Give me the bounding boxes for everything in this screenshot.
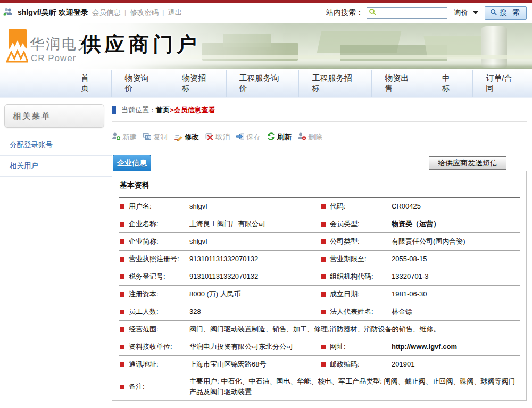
tab-row: 企业信息 给供应商发送短信 bbox=[112, 154, 527, 171]
new-icon bbox=[112, 132, 121, 143]
send-sms-button[interactable]: 给供应商发送短信 bbox=[429, 156, 506, 170]
site-search-label: 站内搜索： bbox=[326, 8, 363, 18]
tab-company-info[interactable]: 企业信息 bbox=[113, 155, 151, 171]
取消-tool-button: 取消 bbox=[205, 132, 230, 143]
field-value: 1981-06-30 bbox=[392, 289, 520, 299]
bullet-icon bbox=[321, 274, 326, 279]
field-value: 913101131332070132 bbox=[189, 254, 320, 264]
field-label: 注册资本: bbox=[119, 289, 189, 299]
delete-icon bbox=[297, 132, 306, 143]
field-value: 328 bbox=[189, 306, 320, 317]
change-password-link[interactable]: 修改密码 bbox=[130, 8, 159, 18]
nav-item[interactable]: 工程服务招标 bbox=[298, 70, 371, 97]
bullet-icon bbox=[321, 222, 326, 227]
bullet-icon bbox=[321, 292, 326, 297]
breadcrumb-home-link[interactable]: 首页 bbox=[156, 105, 170, 115]
bullet-icon bbox=[120, 257, 124, 262]
nav-item[interactable]: 物资询价 bbox=[111, 70, 169, 97]
content-area: 当前位置： 首页 >会员信息查看 新建复制修改取消保存刷新删除 企业信息 给供应… bbox=[112, 98, 532, 401]
nav-item[interactable]: 首 页 bbox=[68, 70, 111, 97]
field-label: 法人代表姓名: bbox=[320, 307, 392, 317]
section-title: 基本资料 bbox=[119, 171, 520, 198]
bullet-icon bbox=[120, 310, 124, 314]
nav-item[interactable]: 物资出售 bbox=[371, 70, 429, 97]
user-bar: shlgvf/吴昕 欢迎登录 会员信息 | 修改密码 | 退出 站内搜索： 询价 bbox=[0, 3, 532, 23]
bullet-icon bbox=[120, 274, 124, 279]
field-value: 上海市宝山区锦宏路68号 bbox=[189, 359, 320, 370]
field-label: 税务登记号: bbox=[119, 272, 189, 281]
breadcrumb-label: 当前位置： bbox=[121, 105, 156, 115]
sidebar: 相关菜单 分配登录账号相关用户 bbox=[0, 98, 112, 177]
sidebar-item[interactable]: 分配登录账号 bbox=[0, 135, 112, 156]
bullet-icon bbox=[321, 204, 326, 209]
刷新-tool-button[interactable]: 刷新 bbox=[267, 132, 292, 143]
nav-item[interactable]: 中 标 bbox=[429, 70, 472, 97]
info-row: 企业名称:上海良工阀门厂有限公司会员类型:物资类（运营） bbox=[119, 215, 520, 233]
tool-button-label: 复制 bbox=[153, 132, 168, 142]
bullet-icon bbox=[120, 345, 124, 349]
tool-button-label: 修改 bbox=[185, 132, 199, 142]
bullet-icon bbox=[321, 362, 326, 367]
新建-tool-button: 新建 bbox=[112, 132, 137, 143]
copy-icon bbox=[143, 132, 152, 143]
bullet-icon bbox=[120, 292, 124, 297]
field-value: 主要用户: 中石化、中石油、国电、华能、核电、军工产品类型: 闸阀、截止阀、止回… bbox=[189, 373, 520, 400]
user-welcome: shlgvf/吴昕 欢迎登录 bbox=[18, 8, 88, 18]
member-info-link[interactable]: 会员信息 bbox=[92, 8, 121, 18]
bullet-icon bbox=[120, 385, 124, 389]
bullet-icon bbox=[120, 327, 124, 332]
info-row: 用户名:shlgvf代码:CR00425 bbox=[119, 198, 520, 215]
search-input-wrap bbox=[367, 7, 447, 19]
tool-button-label: 保存 bbox=[246, 132, 261, 142]
company-info-panel: 基本资料 用户名:shlgvf代码:CR00425企业名称:上海良工阀门厂有限公… bbox=[112, 171, 527, 401]
field-label: 代码: bbox=[320, 202, 392, 211]
breadcrumb-current[interactable]: >会员信息查看 bbox=[170, 105, 215, 115]
search-input[interactable] bbox=[377, 9, 445, 16]
info-row: 企业简称:shlgvf公司类型:有限责任公司(国内合资) bbox=[119, 233, 520, 251]
field-label: 营业执照注册号: bbox=[119, 254, 189, 264]
field-label: 会员类型: bbox=[320, 219, 392, 229]
sidebar-item[interactable]: 相关用户 bbox=[0, 156, 112, 177]
删除-tool-button: 删除 bbox=[297, 132, 322, 143]
field-value: 2055-08-15 bbox=[392, 254, 520, 264]
info-row: 员工人数:328法人代表姓名:林金镖 bbox=[119, 303, 520, 321]
field-label: 员工人数: bbox=[119, 307, 189, 317]
search-button[interactable]: 搜 索 bbox=[485, 6, 527, 20]
tool-button-label: 新建 bbox=[122, 132, 137, 142]
field-label: 网址: bbox=[320, 342, 392, 352]
tool-button-label: 刷新 bbox=[277, 132, 292, 142]
search-button-icon bbox=[490, 9, 497, 18]
field-label: 企业简称: bbox=[119, 237, 189, 246]
field-value: shlgvf bbox=[189, 236, 320, 247]
search-category-select[interactable]: 询价 bbox=[451, 7, 481, 19]
search-button-label: 搜 索 bbox=[500, 8, 521, 18]
main-nav: 首 页物资询价物资招标工程服务询价工程服务招标物资出售中 标订单/合同 bbox=[0, 69, 532, 98]
search-icon bbox=[369, 8, 377, 18]
nav-item[interactable]: 工程服务询价 bbox=[226, 70, 299, 97]
cr-power-logo bbox=[6, 29, 28, 65]
cancel-icon bbox=[205, 132, 214, 143]
bullet-icon bbox=[321, 310, 326, 314]
bullet-icon bbox=[120, 222, 124, 227]
field-label: 组织机构代码: bbox=[320, 272, 392, 281]
修改-tool-button[interactable]: 修改 bbox=[173, 132, 199, 143]
bullet-icon bbox=[321, 257, 326, 262]
复制-tool-button: 复制 bbox=[143, 132, 168, 143]
field-value: 13320701-3 bbox=[392, 271, 520, 282]
user-info-group: shlgvf/吴昕 欢迎登录 会员信息 | 修改密码 | 退出 bbox=[2, 7, 182, 18]
field-value: http://www.lgvf.com bbox=[392, 342, 520, 352]
link-divider: | bbox=[124, 9, 126, 16]
field-value: 913101131332070132 bbox=[189, 271, 320, 282]
users-icon bbox=[2, 7, 14, 18]
field-value: CR00425 bbox=[392, 201, 520, 212]
sidebar-menu: 分配登录账号相关用户 bbox=[0, 135, 112, 177]
field-value: 8000 (万) 人民币 bbox=[189, 289, 320, 299]
field-label: 成立日期: bbox=[320, 289, 392, 299]
logout-link[interactable]: 退出 bbox=[168, 8, 182, 18]
link-divider: | bbox=[162, 9, 164, 16]
toolbar: 新建复制修改取消保存刷新删除 bbox=[112, 131, 527, 143]
field-label: 用户名: bbox=[119, 202, 189, 211]
nav-item[interactable]: 物资招标 bbox=[169, 70, 226, 97]
nav-item[interactable]: 订单/合同 bbox=[472, 70, 532, 97]
field-value: 林金镖 bbox=[392, 306, 520, 317]
